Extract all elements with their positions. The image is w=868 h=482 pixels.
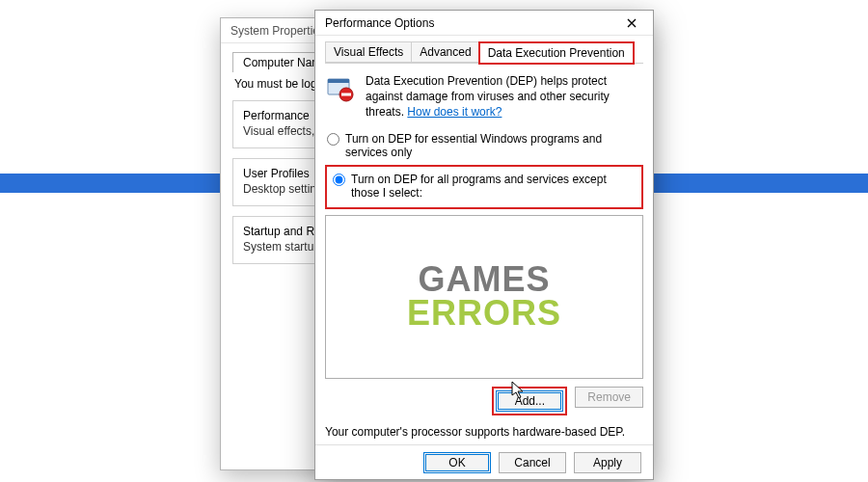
- svg-rect-1: [328, 79, 349, 83]
- tab-advanced[interactable]: Advanced: [411, 41, 479, 63]
- radio-dep-essential[interactable]: [327, 133, 339, 146]
- shield-icon: [325, 73, 356, 104]
- dep-exception-list[interactable]: GAMES ERRORS: [325, 215, 643, 379]
- dep-description: Data Execution Prevention (DEP) helps pr…: [366, 73, 643, 120]
- watermark-line2: ERRORS: [407, 297, 561, 330]
- radio-dep-all-row[interactable]: Turn on DEP for all programs and service…: [331, 171, 637, 201]
- cancel-button[interactable]: Cancel: [499, 452, 566, 473]
- dialog-performance-options: Performance Options Visual Effects Advan…: [314, 10, 654, 480]
- close-icon: [627, 15, 637, 31]
- titlebar-performance-options: Performance Options: [315, 11, 653, 36]
- radio-dep-all-label: Turn on DEP for all programs and service…: [351, 173, 636, 200]
- tab-visual-effects[interactable]: Visual Effects: [325, 41, 412, 63]
- dialog-footer: OK Cancel Apply: [315, 444, 653, 479]
- stage: System Properties Computer Name You must…: [0, 0, 868, 482]
- dep-status: Your computer's processor supports hardw…: [325, 425, 643, 439]
- remove-button: Remove: [575, 387, 643, 408]
- performance-options-tabs: Visual Effects Advanced Data Execution P…: [325, 41, 643, 64]
- add-button-highlight: Add...: [492, 387, 567, 415]
- tab-dep[interactable]: Data Execution Prevention: [479, 42, 634, 64]
- radio-dep-essential-label: Turn on DEP for essential Windows progra…: [345, 132, 641, 159]
- radio-dep-all-highlight: Turn on DEP for all programs and service…: [325, 165, 643, 209]
- dialog-title-performance-options: Performance Options: [325, 16, 434, 30]
- watermark: GAMES ERRORS: [326, 216, 642, 378]
- ok-button[interactable]: OK: [423, 452, 491, 473]
- apply-button[interactable]: Apply: [574, 452, 641, 473]
- dep-how-link[interactable]: How does it work?: [407, 105, 502, 119]
- svg-rect-3: [341, 94, 351, 96]
- add-button[interactable]: Add...: [496, 390, 563, 412]
- radio-dep-essential-row[interactable]: Turn on DEP for essential Windows progra…: [325, 130, 643, 161]
- list-button-row: Add... Remove: [325, 387, 643, 415]
- performance-options-body: Visual Effects Advanced Data Execution P…: [315, 36, 653, 479]
- watermark-line1: GAMES: [418, 263, 550, 296]
- radio-dep-all[interactable]: [333, 174, 345, 186]
- dep-description-row: Data Execution Prevention (DEP) helps pr…: [325, 73, 643, 120]
- close-button[interactable]: [616, 13, 647, 33]
